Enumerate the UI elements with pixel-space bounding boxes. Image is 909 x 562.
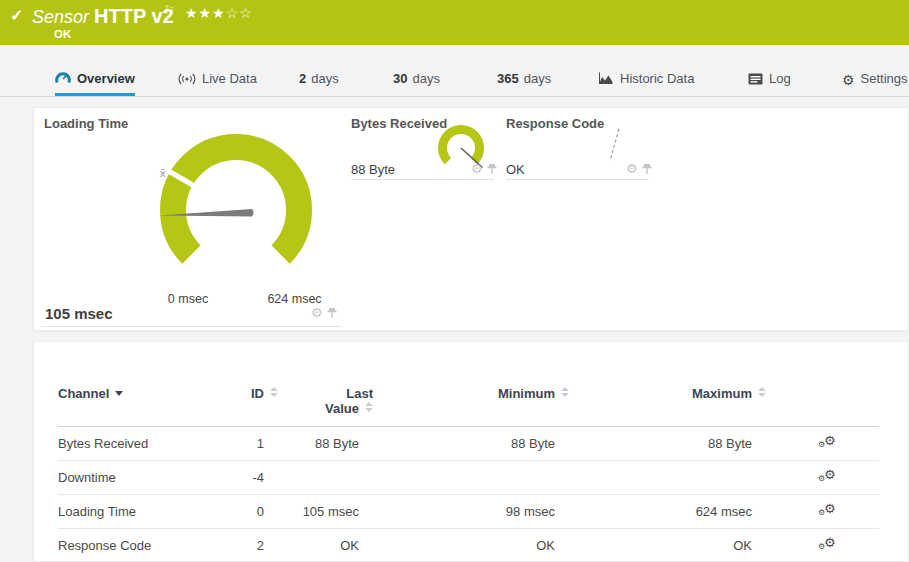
loading-time-value: 105 msec [45,305,113,322]
gauge-settings-gear-icon[interactable]: ⚙ [471,163,483,175]
gauge-title-loading-time: Loading Time [44,116,128,131]
pin-icon[interactable] [486,163,498,175]
favorite-flag-icon[interactable]: ⚐ [164,3,175,17]
historic-chart-icon [598,72,614,88]
gauge-title-response-code: Response Code [506,116,604,131]
tab-label: Settings [861,71,908,86]
table-row: Loading Time 0 105 msec 98 msec 624 msec… [58,495,879,529]
gauge-icon [55,71,71,88]
channel-minimum: OK [373,529,569,562]
sort-caret-icon [115,391,123,396]
column-header-minimum[interactable]: Minimum [373,386,569,427]
channel-id: -4 [218,461,278,495]
tab-label: Overview [77,71,135,86]
sensor-status-badge: OK [54,28,71,40]
channel-name: Response Code [58,529,218,562]
priority-stars[interactable]: ★★★☆☆ [185,5,253,21]
stars-filled[interactable]: ★★★ [185,5,226,21]
table-row: Downtime -4 ⚙⚙ [58,461,879,495]
tab-log[interactable]: Log [748,66,791,96]
log-icon [748,73,763,88]
tab-label: days [311,71,338,86]
tab-365-days[interactable]: 365days [497,66,551,96]
tab-historic-data[interactable]: Historic Data [598,66,694,96]
average-marker: x̄ [160,167,166,179]
tab-number: 365 [497,71,519,86]
gauge-actions: ⚙ [471,163,498,175]
sensor-title: HTTP v2 [94,5,174,28]
pin-icon[interactable] [641,163,653,175]
table-row: Response Code 2 OK OK OK ⚙⚙ [58,529,879,562]
tab-label: days [524,71,551,86]
tab-label: Live Data [202,71,257,86]
table-row: Bytes Received 1 88 Byte 88 Byte 88 Byte… [58,427,879,461]
channel-last-value: 88 Byte [278,427,373,461]
table-header-row: Channel ID LastValue Minimum Maximum [58,386,879,427]
column-header-last-value[interactable]: LastValue [278,386,373,427]
pin-icon[interactable] [326,307,338,319]
bytes-received-value: 88 Byte [351,162,395,177]
sensor-kind-label: Sensor [32,7,89,28]
tab-30-days[interactable]: 30days [393,66,440,96]
channel-maximum: 88 Byte [569,427,766,461]
tab-overview[interactable]: Overview [55,66,135,96]
gauges-panel: Loading Time x̄ 0 msec 624 msec 105 msec… [33,107,909,331]
column-label: Last [346,386,373,401]
channel-id: 0 [218,495,278,529]
channels-panel: Channel ID LastValue Minimum Maximum Byt… [33,341,909,562]
prtg-sensor-page: ✓ Sensor HTTP v2 ⚐ ★★★☆☆ OK Overview Liv… [0,0,909,562]
channel-last-value [278,461,373,495]
tab-number: 30 [393,71,407,86]
gauge-needle [610,129,619,161]
sort-arrows-icon [270,387,278,397]
gauge-scale-max: 624 msec [252,292,337,306]
channels-table: Channel ID LastValue Minimum Maximum Byt… [58,386,879,562]
divider [41,326,341,327]
column-label: Maximum [692,386,752,401]
column-label: ID [251,386,264,401]
tab-bar: Overview Live Data 2days 30days 365days … [0,45,909,97]
channel-minimum: 88 Byte [373,427,569,461]
column-label: Value [325,401,359,416]
sensor-header: ✓ Sensor HTTP v2 ⚐ ★★★☆☆ OK [0,0,909,45]
edit-channel-icon[interactable]: ⚙⚙ [818,434,838,450]
column-header-channel[interactable]: Channel [58,386,218,427]
edit-channel-icon[interactable]: ⚙⚙ [818,468,838,484]
status-check-icon: ✓ [10,6,23,25]
tab-label: days [412,71,439,86]
live-data-icon [178,73,196,88]
sort-arrows-icon [365,402,373,412]
tab-label: Log [769,71,791,86]
gauge-actions: ⚙ [311,307,338,319]
tab-live-data[interactable]: Live Data [178,66,257,96]
gauge-settings-gear-icon[interactable]: ⚙ [626,163,638,175]
channel-last-value: 105 msec [278,495,373,529]
column-header-edit [766,386,879,427]
tab-label: Historic Data [620,71,694,86]
gauge-settings-gear-icon[interactable]: ⚙ [311,307,323,319]
gauge-scale-min: 0 msec [153,292,223,306]
stars-empty[interactable]: ☆☆ [226,5,253,21]
settings-gear-icon: ⚙ [842,72,855,88]
column-header-id[interactable]: ID [218,386,278,427]
column-label: Channel [58,386,109,401]
edit-channel-icon[interactable]: ⚙⚙ [818,502,838,518]
channel-maximum: 624 msec [569,495,766,529]
tab-number: 2 [299,71,306,86]
divider [506,179,649,180]
response-code-value: OK [506,162,525,177]
channel-name: Downtime [58,461,218,495]
tab-2-days[interactable]: 2days [299,66,339,96]
channel-name: Loading Time [58,495,218,529]
edit-channel-icon[interactable]: ⚙⚙ [818,536,838,552]
channel-maximum [569,461,766,495]
sort-arrows-icon [758,387,766,397]
channel-last-value: OK [278,529,373,562]
column-header-maximum[interactable]: Maximum [569,386,766,427]
loading-time-gauge [156,130,316,290]
channel-id: 2 [218,529,278,562]
tab-settings[interactable]: ⚙Settings [842,66,908,96]
channel-name: Bytes Received [58,427,218,461]
gauge-title-bytes-received: Bytes Received [351,116,447,131]
channel-minimum [373,461,569,495]
